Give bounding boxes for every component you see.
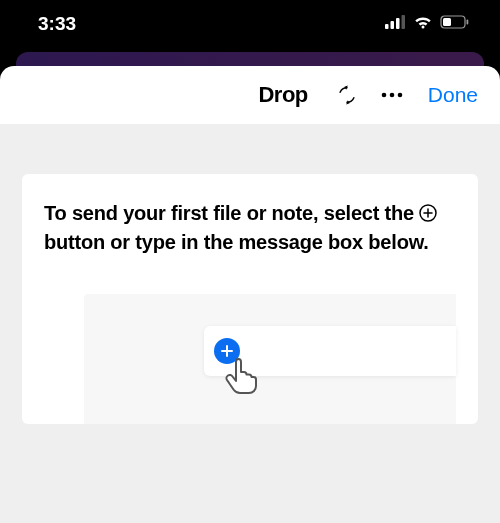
refresh-button[interactable]: [336, 84, 358, 106]
svg-point-9: [389, 93, 394, 98]
pointer-hand-icon: [222, 356, 258, 400]
plus-circle-icon: [419, 202, 437, 229]
illustration: [84, 294, 456, 424]
svg-rect-6: [443, 18, 451, 26]
battery-icon: [440, 15, 470, 33]
sheet-title: Drop: [258, 82, 307, 108]
onboarding-card: To send your first file or note, select …: [22, 174, 478, 424]
svg-rect-0: [385, 24, 389, 29]
svg-rect-2: [396, 18, 400, 29]
cellular-icon: [385, 15, 406, 33]
onboarding-text: To send your first file or note, select …: [44, 200, 456, 256]
onboarding-text-after: button or type in the message box below.: [44, 231, 429, 253]
svg-rect-1: [391, 21, 395, 29]
more-button[interactable]: [380, 91, 404, 99]
onboarding-text-before: To send your first file or note, select …: [44, 202, 419, 224]
sheet-header: Drop Done: [0, 66, 500, 124]
svg-rect-7: [467, 20, 469, 25]
status-time: 3:33: [38, 13, 76, 35]
svg-rect-3: [402, 15, 406, 29]
modal-sheet: Drop Done To send your first file or not…: [0, 66, 500, 523]
status-bar: 3:33: [0, 0, 500, 48]
svg-point-10: [397, 93, 402, 98]
wifi-icon: [413, 15, 433, 33]
sheet-body: To send your first file or note, select …: [0, 124, 500, 523]
svg-point-4: [422, 26, 425, 29]
status-indicators: [385, 15, 470, 33]
done-button[interactable]: Done: [428, 83, 478, 107]
svg-point-8: [381, 93, 386, 98]
refresh-icon: [336, 84, 358, 106]
more-icon: [380, 91, 404, 99]
